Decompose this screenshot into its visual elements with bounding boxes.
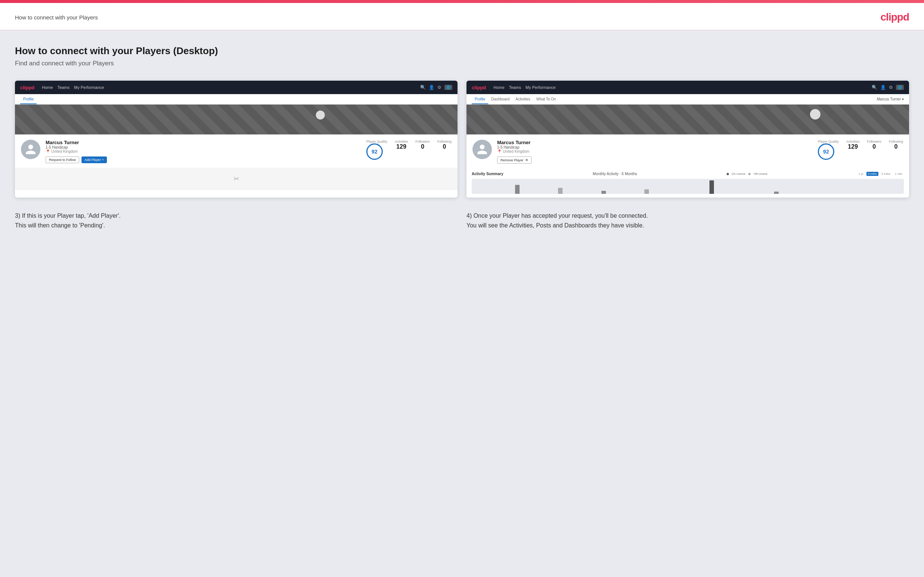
request-to-follow-button[interactable]: Request to Follow [45, 156, 79, 163]
right-profile-info: Marcus Turner 1-5 Handicap 📍 United King… [497, 140, 813, 164]
screenshot-right: clippd Home Teams My Performance 🔍 👤 ⚙ 🌐… [467, 81, 909, 198]
left-player-name: Marcus Turner [45, 140, 361, 145]
left-player-handicap: 1-5 Handicap [45, 145, 361, 149]
off-course-legend [748, 173, 751, 175]
left-tab-profile[interactable]: Profile [20, 95, 37, 104]
caption-right-text: 4) Once your Player has accepted your re… [467, 211, 909, 230]
left-profile-actions: Request to Follow Add Player + [45, 156, 361, 163]
top-accent-bar [0, 0, 924, 3]
close-icon: ✕ [525, 158, 528, 162]
left-nav-teams[interactable]: Teams [58, 85, 69, 90]
add-player-button[interactable]: Add Player + [81, 156, 107, 163]
right-profile-actions: Remove Player ✕ [497, 156, 813, 164]
right-app-logo: clippd [472, 85, 486, 90]
right-nav-home[interactable]: Home [493, 85, 504, 90]
page-title: How to connect with your Players [15, 14, 98, 21]
page-header: How to connect with your Players clippd [0, 3, 924, 30]
left-profile-info: Marcus Turner 1-5 Handicap 📍 United King… [45, 140, 361, 163]
right-nav-teams[interactable]: Teams [509, 85, 521, 90]
right-user-icon[interactable]: 👤 [880, 85, 886, 90]
filter-6mths[interactable]: 6 mths [866, 172, 879, 176]
filter-1mth[interactable]: 1 mth [893, 172, 904, 176]
globe-icon[interactable]: 🌐 [444, 85, 452, 90]
activity-filters: 1 yr 6 mths 3 mths 1 mth [857, 172, 904, 176]
right-stat-following: Following 0 [889, 140, 903, 150]
right-avatar [472, 140, 492, 159]
captions-row: 3) If this is your Player tap, 'Add Play… [15, 211, 909, 234]
right-globe-icon[interactable]: 🌐 [896, 85, 904, 90]
right-location-icon: 📍 [497, 149, 502, 153]
right-player-location: 📍 United Kingdom [497, 149, 813, 153]
left-nav-myperformance[interactable]: My Performance [74, 85, 104, 90]
right-stat-activities: Activities 129 [846, 140, 860, 150]
right-settings-icon[interactable]: ⚙ [889, 85, 893, 90]
caption-left-text: 3) If this is your Player tap, 'Add Play… [15, 211, 457, 230]
settings-icon[interactable]: ⚙ [437, 85, 441, 90]
left-stat-following: Following 0 [437, 140, 452, 150]
left-golf-banner [15, 105, 457, 134]
right-app-nav: clippd Home Teams My Performance 🔍 👤 ⚙ 🌐 [467, 81, 909, 94]
user-icon[interactable]: 👤 [429, 85, 435, 90]
right-stat-followers: Followers 0 [867, 140, 881, 150]
left-nav-home[interactable]: Home [42, 85, 53, 90]
left-screenshot-footer: ✂ [15, 168, 457, 190]
section-subtitle: Find and connect with your Players [15, 60, 909, 67]
right-user-dropdown[interactable]: Marcus Turner ▾ [877, 97, 904, 101]
right-player-name: Marcus Turner [497, 140, 813, 145]
left-player-location: 📍 United Kingdom [45, 149, 361, 153]
right-app-tabs: Profile Dashboard Activities What To On … [467, 94, 909, 105]
left-quality-circle: 92 [366, 143, 383, 160]
caption-right: 4) Once your Player has accepted your re… [467, 211, 909, 230]
left-stat-activities: Activities 129 [395, 140, 408, 150]
right-stat-quality: Player Quality 92 [818, 140, 839, 160]
activity-period: Monthly Activity · 6 Months [593, 172, 637, 176]
filter-1yr[interactable]: 1 yr [857, 172, 865, 176]
right-tab-activities[interactable]: Activities [512, 95, 533, 104]
left-stat-quality: Player Quality 92 [366, 140, 387, 160]
activity-title: Activity Summary [472, 172, 503, 176]
activity-legend: On course Off course [727, 172, 768, 176]
left-profile-section: Marcus Turner 1-5 Handicap 📍 United King… [15, 134, 457, 168]
right-quality-circle: 92 [818, 143, 834, 160]
section-title: How to connect with your Players (Deskto… [15, 45, 909, 57]
right-search-icon[interactable]: 🔍 [872, 85, 877, 90]
activity-header: Activity Summary Monthly Activity · 6 Mo… [472, 172, 904, 176]
scissors-icon: ✂ [234, 175, 239, 183]
right-tab-dashboard[interactable]: Dashboard [488, 95, 512, 104]
right-player-stats: Player Quality 92 Activities 129 Followe… [818, 140, 903, 160]
main-content: How to connect with your Players (Deskto… [0, 30, 924, 574]
search-icon[interactable]: 🔍 [420, 85, 426, 90]
right-nav-icons: 🔍 👤 ⚙ 🌐 [872, 85, 904, 90]
page-footer: Copyright Clippd 2022 [0, 574, 924, 577]
clippd-logo: clippd [880, 11, 909, 23]
screenshots-row: clippd Home Teams My Performance 🔍 👤 ⚙ 🌐… [15, 81, 909, 198]
screenshot-left: clippd Home Teams My Performance 🔍 👤 ⚙ 🌐… [15, 81, 457, 198]
right-tab-profile[interactable]: Profile [472, 95, 488, 104]
filter-3mths[interactable]: 3 mths [880, 172, 892, 176]
right-nav-myperformance[interactable]: My Performance [525, 85, 556, 90]
right-activity-summary: Activity Summary Monthly Activity · 6 Mo… [467, 168, 909, 198]
remove-player-button[interactable]: Remove Player ✕ [497, 156, 531, 164]
left-app-nav: clippd Home Teams My Performance 🔍 👤 ⚙ 🌐 [15, 81, 457, 94]
left-stat-followers: Followers 0 [415, 140, 430, 150]
left-player-stats: Player Quality 92 Activities 129 Followe… [366, 140, 452, 160]
left-nav-icons: 🔍 👤 ⚙ 🌐 [420, 85, 452, 90]
left-avatar [21, 140, 40, 159]
caption-left: 3) If this is your Player tap, 'Add Play… [15, 211, 457, 230]
on-course-legend [727, 173, 729, 175]
right-player-handicap: 1-5 Handicap [497, 145, 813, 149]
right-profile-section: Marcus Turner 1-5 Handicap 📍 United King… [467, 134, 909, 168]
left-app-tabs: Profile [15, 94, 457, 105]
right-golf-banner [467, 105, 909, 134]
left-app-logo: clippd [20, 85, 34, 90]
activity-chart [472, 179, 904, 194]
location-icon: 📍 [45, 149, 50, 153]
right-tab-whattoon[interactable]: What To On [533, 95, 559, 104]
